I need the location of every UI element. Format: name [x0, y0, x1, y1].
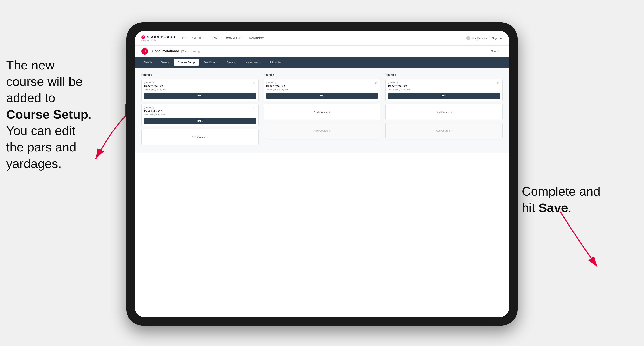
- annotation-right: Complete and hit Save.: [522, 183, 624, 216]
- round-3-course-a-name: Peachtree GC: [388, 84, 500, 88]
- round-1-course-b-tag: (Course B): [144, 106, 256, 109]
- round-1-col: Round 1 (Course A) Peachtree GC Yellow (…: [142, 73, 258, 148]
- nav-teams[interactable]: TEAMS: [210, 37, 220, 40]
- round-3-course-a-card: (Course A) Peachtree GC Yellow (M) (6629…: [386, 79, 502, 101]
- annotation-line6: the pars and: [6, 140, 76, 154]
- round-1-course-b-edit-button[interactable]: Edit: [144, 118, 256, 124]
- round-3-col: Round 3 (Course A) Peachtree GC Yellow (…: [386, 73, 502, 148]
- round-1-label: Round 1: [142, 73, 258, 76]
- round-2-course-a-delete-icon[interactable]: ⊖: [374, 81, 378, 85]
- tab-leaderboards[interactable]: Leaderboards: [240, 59, 265, 66]
- cancel-label: Cancel: [491, 50, 499, 53]
- annotation-right-suffix: .: [568, 201, 572, 215]
- round-1-add-course-text: Add Course +: [192, 136, 208, 139]
- round-1-course-a-details: Yellow (M) (6629 yds): [144, 88, 256, 91]
- round-2-course-a-edit-button[interactable]: Edit: [266, 93, 378, 99]
- annotation-line3: added to: [6, 91, 55, 105]
- tab-details[interactable]: Details: [140, 59, 156, 66]
- tournament-logo-letter: C: [144, 49, 146, 53]
- round-2-add-course-text: Add Course +: [314, 111, 330, 114]
- logo-sub: Powered by clippd: [142, 39, 175, 41]
- round-3-course-a-edit-button[interactable]: Edit: [388, 93, 500, 99]
- round-2-course-a-details: Yellow (M) (6629 yds): [266, 88, 378, 91]
- annotation-right-bold: Save: [539, 201, 568, 215]
- nav-links: TOURNAMENTS TEAMS COMMITTEE RANKINGS: [182, 37, 466, 40]
- tournament-bar: C Clippd Invitational (Men) Hosting Canc…: [135, 46, 509, 57]
- nav-tournaments[interactable]: TOURNAMENTS: [182, 37, 204, 40]
- cancel-icon: ✕: [500, 50, 502, 53]
- nav-rankings[interactable]: RANKINGS: [249, 37, 264, 40]
- round-1-add-course-card[interactable]: Add Course +: [142, 129, 258, 145]
- round-1-course-a-edit-button[interactable]: Edit: [144, 93, 256, 99]
- tab-course-setup[interactable]: Course Setup: [174, 59, 199, 66]
- round-3-label: Round 3: [386, 73, 502, 76]
- tab-teams[interactable]: Teams: [157, 59, 173, 66]
- round-3-course-a-details: Yellow (M) (6629 yds): [388, 88, 500, 91]
- tournament-info: C Clippd Invitational (Men) Hosting: [142, 48, 200, 54]
- tab-printables[interactable]: Printables: [266, 59, 286, 66]
- tournament-status: Hosting: [192, 50, 200, 53]
- main-content: Round 1 (Course A) Peachtree GC Yellow (…: [135, 68, 509, 153]
- round-2-add-course-disabled-card: Add Course +: [264, 123, 381, 139]
- annotation-line4-bold: Course Setup: [6, 107, 88, 121]
- round-2-course-a-card: (Course A) Peachtree GC Yellow (M) (6629…: [264, 79, 381, 101]
- arrow-right: [540, 208, 618, 279]
- round-1-course-b-card: (Course B) East Lake GC Black (M) (6891 …: [142, 104, 258, 126]
- top-nav: C SCOREBOARD Powered by clippd TOURNAMEN…: [135, 31, 509, 46]
- annotation-left: The new course will be added to Course S…: [6, 57, 124, 172]
- annotation-line2: course will be: [6, 74, 83, 89]
- round-2-label: Round 2: [264, 73, 381, 76]
- round-2-course-a-name: Peachtree GC: [266, 84, 378, 88]
- round-2-course-a-tag: (Course A): [266, 81, 378, 84]
- round-1-course-a-card: (Course A) Peachtree GC Yellow (M) (6629…: [142, 79, 258, 101]
- round-3-add-course-text: Add Course +: [436, 111, 452, 114]
- tablet-screen: C SCOREBOARD Powered by clippd TOURNAMEN…: [135, 31, 509, 317]
- logo-area: C SCOREBOARD Powered by clippd: [142, 35, 175, 41]
- nav-right: blair@clippd.io | Sign out: [466, 36, 502, 40]
- round-2-col: Round 2 (Course A) Peachtree GC Yellow (…: [264, 73, 381, 148]
- tournament-gender: (Men): [181, 50, 188, 53]
- user-avatar: [466, 36, 470, 40]
- round-2-add-course-disabled-text: Add Course +: [314, 129, 330, 132]
- round-1-course-b-name: East Lake GC: [144, 110, 256, 113]
- sign-out-link[interactable]: Sign out: [492, 37, 502, 40]
- round-1-course-a-name: Peachtree GC: [144, 84, 256, 88]
- tablet-side-button: [125, 104, 126, 116]
- rounds-container: Round 1 (Course A) Peachtree GC Yellow (…: [142, 73, 502, 148]
- round-3-add-course-card[interactable]: Add Course +: [386, 104, 502, 120]
- logo-c-icon: C: [142, 35, 145, 39]
- annotation-line5: You can edit: [6, 124, 75, 138]
- annotation-line4-suffix: .: [88, 107, 92, 121]
- annotation-right-line2-plain: hit: [522, 201, 539, 215]
- round-2-add-course-card[interactable]: Add Course +: [264, 104, 381, 120]
- round-3-course-a-tag: (Course A): [388, 81, 500, 84]
- annotation-line1: The new: [6, 58, 54, 72]
- tablet-frame: C SCOREBOARD Powered by clippd TOURNAMEN…: [126, 22, 518, 326]
- annotation-line7: yardages.: [6, 157, 62, 171]
- user-email: blair@clippd.io: [472, 37, 488, 40]
- round-1-course-a-delete-icon[interactable]: ⊖: [252, 81, 256, 85]
- tournament-logo: C: [142, 48, 148, 54]
- round-3-add-course-disabled-card: Add Course +: [386, 123, 502, 139]
- annotation-right-line1: Complete and: [522, 184, 600, 198]
- tab-tee-groups[interactable]: Tee Groups: [200, 59, 222, 66]
- nav-committee[interactable]: COMMITTEE: [226, 37, 243, 40]
- logo-text: SCOREBOARD: [147, 35, 175, 39]
- tabs-bar: Details Teams Course Setup Tee Groups Re…: [135, 57, 509, 68]
- tournament-name: Clippd Invitational: [150, 49, 179, 53]
- tab-results[interactable]: Results: [222, 59, 240, 66]
- round-3-course-a-delete-icon[interactable]: ⊖: [496, 81, 500, 85]
- round-3-add-course-disabled-text: Add Course +: [436, 129, 452, 132]
- round-1-course-b-delete-icon[interactable]: ⊖: [252, 106, 256, 110]
- round-1-course-a-tag: (Course A): [144, 81, 256, 84]
- nav-separator: |: [490, 37, 490, 40]
- cancel-button[interactable]: Cancel ✕: [491, 50, 502, 53]
- round-1-course-b-details: Black (M) (6891 yds): [144, 113, 256, 116]
